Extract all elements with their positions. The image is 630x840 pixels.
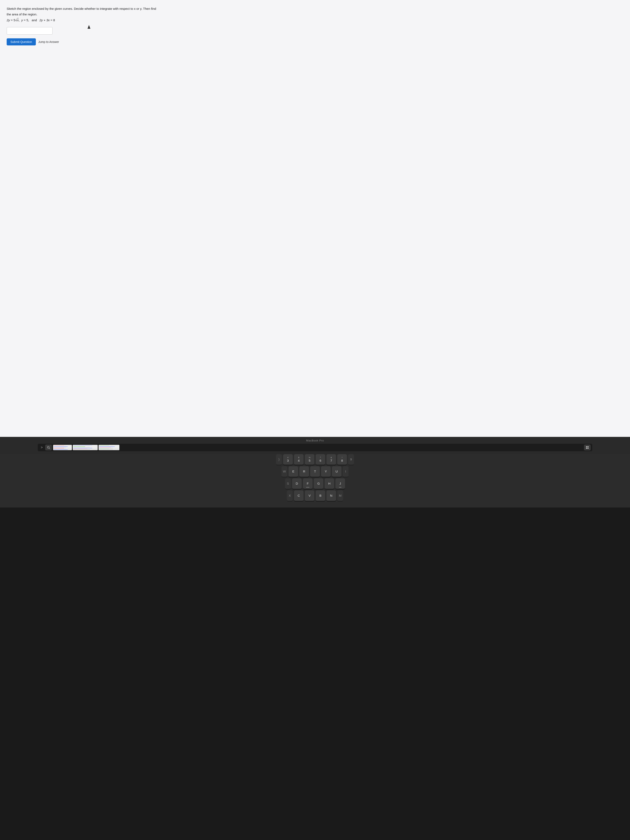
key-x-partial[interactable]: X	[287, 490, 293, 501]
key-4[interactable]: $ 4	[294, 454, 303, 465]
touchbar-thumb-3[interactable]	[98, 445, 119, 450]
svg-line-1	[49, 448, 50, 449]
keyboard: ) # 3 $ 4 % 5 ^ 6 & 7 * 8 9	[0, 454, 630, 507]
touchbar-thumb-1[interactable]	[53, 445, 72, 450]
key-partial-left[interactable]: )	[276, 454, 282, 465]
key-e[interactable]: E	[289, 466, 298, 477]
key-5[interactable]: % 5	[305, 454, 314, 465]
qwerty-row: W E R T Y U I	[3, 466, 627, 477]
key-j[interactable]: J	[335, 478, 345, 489]
cursor-arrow	[87, 25, 90, 29]
key-t[interactable]: T	[310, 466, 320, 477]
touchbar-thumbnails	[53, 445, 583, 450]
key-g[interactable]: G	[314, 478, 323, 489]
key-7[interactable]: & 7	[327, 454, 336, 465]
touchbar-plus-icon[interactable]	[584, 445, 591, 450]
key-6[interactable]: ^ 6	[316, 454, 325, 465]
zxcv-row: X C V B N M	[3, 490, 627, 501]
key-9-partial[interactable]: 9	[348, 454, 354, 465]
key-w-partial[interactable]: W	[281, 466, 287, 477]
submit-question-button[interactable]: Submit Question	[7, 38, 36, 46]
asdf-row: S D F G H J	[3, 478, 627, 489]
svg-rect-3	[587, 446, 589, 447]
key-m-partial[interactable]: M	[337, 490, 343, 501]
svg-rect-4	[586, 448, 587, 449]
key-v[interactable]: V	[305, 490, 314, 501]
macbook-label: MacBook Pro	[0, 439, 630, 442]
key-8[interactable]: * 8	[337, 454, 347, 465]
key-n[interactable]: N	[327, 490, 336, 501]
screen-area: Sketch the region enclosed by the given …	[0, 0, 630, 437]
key-s-partial[interactable]: S	[285, 478, 291, 489]
number-row: ) # 3 $ 4 % 5 ^ 6 & 7 * 8 9	[3, 454, 627, 465]
button-row: Submit Question Jump to Answer	[7, 38, 623, 46]
key-r[interactable]: R	[299, 466, 309, 477]
key-y[interactable]: Y	[321, 466, 331, 477]
key-3[interactable]: # 3	[283, 454, 293, 465]
touchbar-arrow[interactable]: >	[39, 445, 44, 450]
key-h[interactable]: H	[325, 478, 334, 489]
touchbar-search-icon[interactable]	[45, 445, 52, 450]
jump-to-answer-button[interactable]: Jump to Answer	[38, 40, 59, 44]
touchbar-thumb-2[interactable]	[73, 445, 98, 450]
key-d[interactable]: D	[292, 478, 302, 489]
touch-bar: >	[38, 444, 592, 451]
key-u[interactable]: U	[332, 466, 341, 477]
macbook-bezel: MacBook Pro >	[0, 437, 630, 454]
key-i-partial[interactable]: I	[343, 466, 349, 477]
svg-rect-5	[587, 448, 589, 449]
key-c[interactable]: C	[294, 490, 303, 501]
svg-rect-2	[586, 446, 587, 447]
key-f[interactable]: F	[303, 478, 313, 489]
key-b[interactable]: B	[316, 490, 325, 501]
answer-input[interactable]	[7, 27, 52, 35]
question-text: Sketch the region enclosed by the given …	[7, 6, 177, 23]
